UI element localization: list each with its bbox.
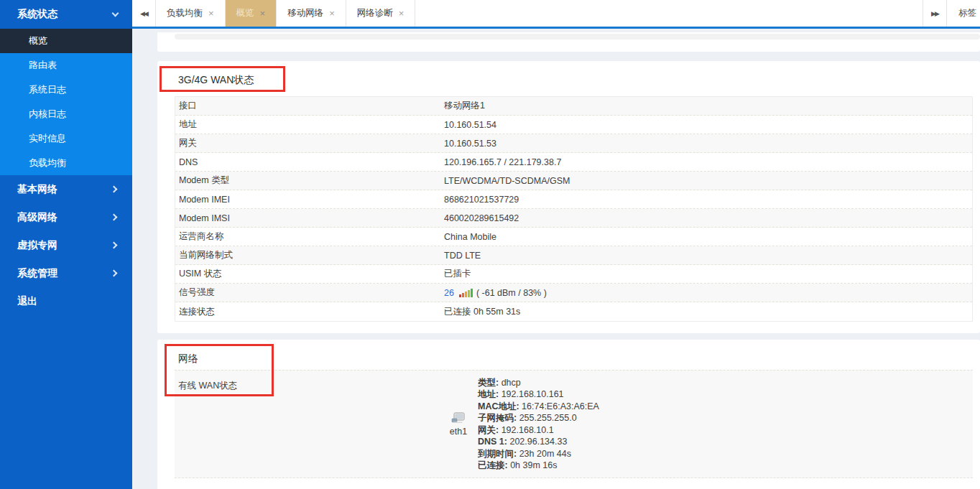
detail-line: 类型: dhcp — [478, 377, 599, 389]
status-row: USIM 状态已插卡 — [175, 265, 972, 284]
chevron-right-icon — [111, 214, 118, 221]
signal-detail: ( -61 dBm / 83% ) — [476, 288, 547, 298]
network-panel-title: 网络 — [157, 340, 980, 365]
close-icon[interactable]: × — [208, 9, 214, 18]
detail-label: 到期时间: — [478, 449, 517, 459]
sidebar-item-label: 基本网络 — [17, 183, 57, 196]
sidebar-item-label: 退出 — [17, 295, 37, 308]
close-icon[interactable]: × — [329, 9, 335, 18]
wan3g-status-panel: 3G/4G WAN状态 接口移动网络1地址10.160.51.54网关10.16… — [157, 61, 980, 333]
row-value: 26( -61 dBm / 83% ) — [444, 288, 972, 298]
close-icon[interactable]: × — [399, 9, 405, 18]
detail-label: 已连接: — [478, 460, 508, 470]
chevron-down-icon — [112, 9, 119, 17]
sidebar-item-label: 虚拟专网 — [17, 239, 57, 252]
row-value: 已插卡 — [444, 268, 972, 280]
status-row: Modem 类型LTE/WCDMA/TD-SCDMA/GSM — [175, 172, 972, 190]
row-label: 接口 — [175, 100, 444, 112]
wired-wan-table: 有线 WAN状态 eth1 类型: dhcp地 — [175, 370, 973, 478]
wan3g-status-table: 接口移动网络1地址10.160.51.54网关10.160.51.53DNS12… — [175, 96, 973, 322]
detail-line: 地址: 192.168.10.161 — [478, 388, 599, 401]
sidebar-submenu: 概览路由表系统日志内核日志实时信息负载均衡 — [0, 29, 132, 175]
row-label: Modem 类型 — [175, 174, 444, 187]
detail-label: MAC地址: — [478, 401, 519, 411]
status-row: Modem IMEI868621021537729 — [175, 190, 972, 209]
wan3g-panel-title: 3G/4G WAN状态 — [157, 61, 980, 87]
tab-负载均衡[interactable]: 负载均衡× — [156, 0, 226, 27]
sidebar-header-system-status[interactable]: 系统状态 — [0, 0, 132, 29]
sidebar-subitem-系统日志[interactable]: 系统日志 — [0, 78, 132, 102]
detail-line: MAC地址: 16:74:E6:A3:A6:EA — [478, 401, 599, 413]
status-row: DNS120.196.165.7 / 221.179.38.7 — [175, 153, 972, 172]
interface-name: eth1 — [450, 427, 467, 437]
row-label: USIM 状态 — [175, 268, 444, 280]
signal-bar — [471, 289, 473, 297]
ethernet-icon — [451, 412, 466, 426]
sidebar-header-label: 系统状态 — [17, 8, 57, 21]
tabbar-spacer — [415, 0, 923, 27]
sidebar-item-虚拟专网[interactable]: 虚拟专网 — [0, 231, 132, 259]
sidebar-subitem-内核日志[interactable]: 内核日志 — [0, 102, 132, 126]
tabs-scroll-left-button[interactable]: ◀◀ — [132, 0, 156, 27]
sidebar-item-label: 高级网络 — [17, 211, 57, 224]
close-icon[interactable]: × — [260, 9, 266, 18]
chevron-right-icon — [111, 270, 118, 277]
tab-移动网络[interactable]: 移动网络× — [277, 0, 346, 27]
detail-label: 地址: — [478, 389, 499, 399]
row-value: LTE/WCDMA/TD-SCDMA/GSM — [444, 176, 972, 186]
tab-网络诊断[interactable]: 网络诊断× — [346, 0, 416, 27]
status-row: 地址10.160.51.54 — [175, 116, 972, 134]
previous-panel-bottom — [157, 32, 980, 52]
status-row: 当前网络制式TDD LTE — [175, 246, 972, 265]
signal-bar — [465, 292, 467, 297]
tab-label: 移动网络 — [287, 7, 323, 19]
detail-label: 子网掩码: — [478, 413, 517, 423]
row-value: China Mobile — [444, 232, 972, 242]
chevron-right-icon — [111, 242, 118, 249]
horizontal-scrollbar[interactable] — [175, 34, 980, 39]
row-label: 连接状态 — [175, 306, 444, 318]
scroll-left-icon: ◀◀ — [140, 10, 147, 17]
sidebar-subitem-路由表[interactable]: 路由表 — [0, 53, 132, 78]
status-row: 接口移动网络1 — [175, 97, 972, 116]
sidebar-subitem-概览[interactable]: 概览 — [0, 29, 132, 53]
sidebar-item-退出[interactable]: 退出 — [0, 287, 132, 315]
row-label: 信号强度 — [175, 287, 444, 299]
main-content: 3G/4G WAN状态 接口移动网络1地址10.160.51.54网关10.16… — [132, 29, 980, 489]
signal-bar — [468, 290, 470, 297]
network-panel: 网络 有线 WAN状态 eth1 — [157, 340, 980, 489]
status-row: 信号强度26( -61 dBm / 83% ) — [175, 284, 972, 302]
row-label: 地址 — [175, 118, 444, 131]
wired-wan-row-label: 有线 WAN状态 — [175, 376, 443, 472]
sidebar-item-高级网络[interactable]: 高级网络 — [0, 203, 132, 231]
chevron-right-icon — [111, 186, 118, 193]
row-value: 868621021537729 — [444, 195, 972, 205]
status-row: 连接状态已连接 0h 55m 31s — [175, 302, 972, 321]
detail-label: 类型: — [478, 378, 499, 388]
wired-wan-row: 有线 WAN状态 eth1 类型: dhcp地 — [175, 370, 973, 478]
tab-bar: ◀◀ 负载均衡×概览×移动网络×网络诊断× ▶▶ 标签 — [132, 0, 980, 29]
tab-options-label: 标签 — [958, 7, 976, 19]
interface-block: eth1 — [443, 412, 473, 437]
tab-label: 负载均衡 — [167, 7, 203, 19]
row-value: 10.160.51.54 — [444, 120, 972, 130]
tab-options-button[interactable]: 标签 — [946, 0, 980, 27]
sidebar-subitem-负载均衡[interactable]: 负载均衡 — [0, 151, 132, 175]
status-row: 运营商名称China Mobile — [175, 228, 972, 246]
row-value: 10.160.51.53 — [444, 139, 972, 149]
signal-bars-icon — [459, 289, 473, 297]
detail-line: 已连接: 0h 39m 16s — [478, 460, 599, 472]
row-label: 运营商名称 — [175, 230, 444, 243]
row-label: Modem IMSI — [175, 213, 444, 223]
scroll-right-icon: ▶▶ — [931, 10, 938, 17]
sidebar-subitem-实时信息[interactable]: 实时信息 — [0, 126, 132, 151]
tabs-scroll-right-button[interactable]: ▶▶ — [923, 0, 946, 27]
tab-概览[interactable]: 概览× — [226, 0, 277, 27]
sidebar-item-系统管理[interactable]: 系统管理 — [0, 259, 132, 287]
detail-line: 网关: 192.168.10.1 — [478, 424, 599, 437]
wired-wan-details: 类型: dhcp地址: 192.168.10.161MAC地址: 16:74:E… — [473, 377, 599, 472]
row-label: 网关 — [175, 137, 444, 149]
sidebar-item-基本网络[interactable]: 基本网络 — [0, 175, 132, 203]
detail-line: DNS 1: 202.96.134.33 — [478, 436, 599, 448]
status-row: 网关10.160.51.53 — [175, 134, 972, 153]
